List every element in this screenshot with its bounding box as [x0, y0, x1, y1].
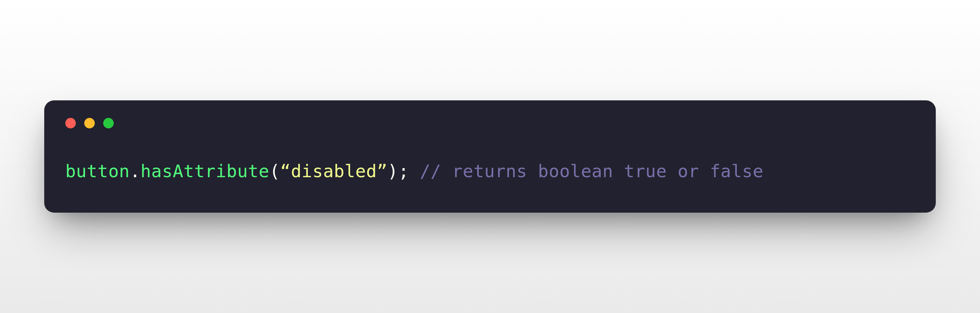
- code-window: button.hasAttribute(“disabled”); // retu…: [44, 100, 936, 213]
- close-window-icon[interactable]: [65, 118, 76, 129]
- code-line: button.hasAttribute(“disabled”); // retu…: [65, 158, 915, 184]
- window-traffic-lights: [65, 118, 915, 129]
- code-token-comment: // returns boolean true or false: [420, 161, 764, 181]
- minimize-window-icon[interactable]: [84, 118, 95, 129]
- code-token-open-paren: (: [269, 161, 280, 181]
- code-token-string: “disabled”: [280, 161, 388, 181]
- code-token-dot: .: [130, 161, 141, 181]
- code-token-space: [409, 161, 420, 181]
- code-token-method: hasAttribute: [140, 161, 269, 181]
- maximize-window-icon[interactable]: [103, 118, 114, 129]
- code-token-close-paren-semi: );: [388, 161, 409, 181]
- code-token-identifier: button: [65, 161, 130, 181]
